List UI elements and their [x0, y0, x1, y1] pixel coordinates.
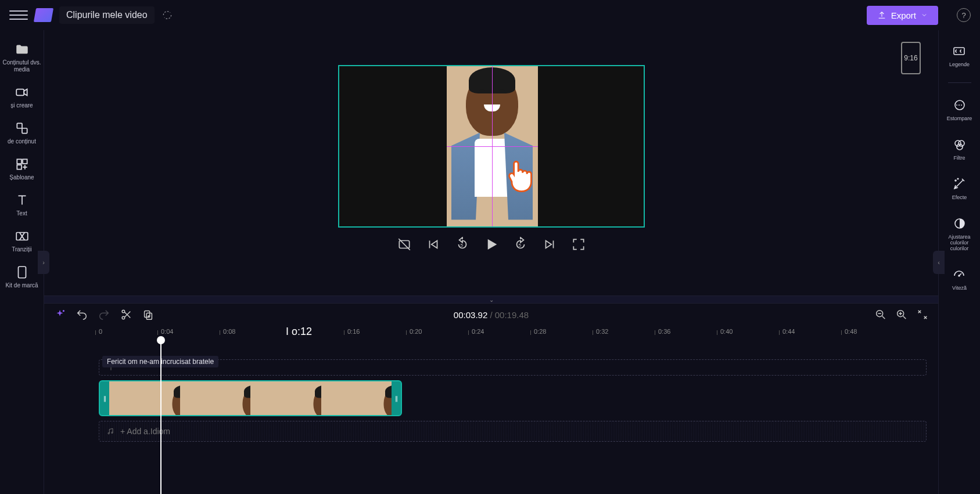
export-button[interactable]: Export	[867, 6, 938, 25]
svg-text:5: 5	[518, 243, 520, 248]
play-button[interactable]	[484, 237, 499, 252]
sidebar-transitions[interactable]: Tranziții	[0, 224, 44, 258]
ruler-mark: 0:04	[161, 328, 173, 335]
preview-canvas[interactable]	[338, 65, 645, 228]
project-name-input[interactable]: Clipurile mele video	[59, 6, 155, 24]
library-icon	[15, 122, 30, 135]
app-logo-icon	[34, 8, 53, 22]
filters-button[interactable]: Filtre	[953, 134, 967, 164]
captions-button[interactable]: Legende	[949, 41, 970, 71]
svg-rect-4	[23, 159, 27, 164]
transitions-icon	[15, 230, 30, 243]
ruler-mark: 0:32	[596, 328, 608, 335]
fade-icon	[953, 98, 967, 112]
sidebar-library[interactable]: de conținut	[0, 116, 44, 150]
speed-icon	[952, 268, 966, 282]
sidebar-brand[interactable]: Kit de marcă	[0, 260, 44, 294]
text-icon	[15, 194, 30, 207]
clip-thumbnail	[109, 381, 180, 415]
player-controls: 5 5	[397, 228, 586, 261]
svg-point-23	[959, 140, 964, 146]
sidebar-record[interactable]: și creare	[0, 80, 44, 114]
svg-point-18	[108, 432, 109, 434]
templates-icon	[15, 158, 30, 171]
text-track-dropzone[interactable]	[99, 359, 927, 376]
fade-button[interactable]: Estompare	[947, 95, 972, 125]
timeline-ruler[interactable]: I o:12 00:040:080:160:200:240:280:320:36…	[44, 326, 938, 342]
clip-thumbnail	[180, 381, 251, 415]
audio-track-dropzone[interactable]: + Add a.Idiom	[99, 421, 927, 442]
menu-button[interactable]	[9, 6, 28, 24]
rewind-5-button[interactable]: 5	[455, 237, 470, 252]
help-button[interactable]: ?	[957, 8, 971, 22]
svg-rect-7	[18, 266, 26, 278]
cursor-hand-icon	[503, 156, 536, 196]
ruler-mark: 0:16	[347, 328, 360, 335]
time-display: 00:03.92 / 00:19.48	[454, 310, 529, 320]
sync-icon	[161, 9, 173, 21]
ruler-mark: 0:24	[472, 328, 484, 335]
colors-button[interactable]: Ajustarea culorilorculorilor	[939, 213, 980, 255]
svg-rect-3	[17, 159, 21, 164]
svg-rect-5	[17, 165, 21, 170]
camera-icon	[15, 86, 30, 99]
ruler-mark: 0:08	[223, 328, 235, 335]
aspect-ratio-button[interactable]: 9:16	[901, 42, 921, 74]
clip-thumbnail	[321, 381, 392, 415]
magic-button[interactable]	[53, 308, 66, 321]
effects-icon	[952, 177, 966, 191]
speed-button[interactable]: Viteză	[952, 264, 967, 294]
ruler-highlight-mark: I o:12	[286, 326, 312, 338]
svg-point-24	[957, 144, 963, 150]
sidebar-right-expand-button[interactable]: ‹	[933, 251, 945, 274]
split-button[interactable]	[120, 308, 132, 321]
svg-rect-2	[22, 128, 27, 134]
effects-button[interactable]: Efecte	[952, 174, 967, 204]
clip-handle-left[interactable]: ∥	[100, 381, 109, 415]
svg-point-19	[112, 432, 113, 433]
preview-clip[interactable]	[447, 66, 538, 226]
ruler-mark: 0:20	[410, 328, 422, 335]
top-bar: Clipurile mele video Export ?	[0, 0, 980, 30]
redo-button	[98, 308, 110, 321]
preview-area: 9:16 5 5	[44, 30, 938, 295]
folder-icon	[15, 43, 30, 56]
export-label: Export	[891, 10, 916, 20]
sidebar-right: Legende Estompare Filtre Efecte Ajustare…	[938, 30, 980, 494]
sidebar-left: Conținutul dvs. media și creare de conți…	[0, 30, 44, 494]
svg-point-26	[958, 178, 959, 179]
hide-preview-button[interactable]	[397, 237, 412, 252]
captions-icon	[952, 44, 966, 58]
playhead[interactable]	[160, 343, 161, 494]
ruler-mark: 0	[99, 328, 102, 335]
ruler-mark: 0:28	[534, 328, 546, 335]
svg-point-25	[955, 180, 956, 181]
colors-icon	[953, 217, 967, 230]
guide-vertical	[492, 66, 493, 226]
video-clip[interactable]: ∥ ∥	[99, 380, 402, 416]
zoom-in-button[interactable]	[895, 308, 908, 321]
brand-icon	[15, 266, 30, 279]
ruler-mark: 0:40	[720, 328, 733, 335]
clip-thumbnail	[250, 381, 321, 415]
ruler-mark: 0:44	[782, 328, 795, 335]
skip-back-button[interactable]	[426, 237, 441, 252]
clip-handle-right[interactable]: ∥	[392, 381, 401, 415]
duplicate-button[interactable]	[142, 308, 155, 321]
svg-rect-1	[17, 123, 22, 128]
collapse-timeline-button[interactable]: ⌄	[44, 295, 938, 304]
svg-rect-0	[16, 89, 24, 96]
timeline-toolbar: 00:03.92 / 00:19.48	[44, 304, 938, 326]
skip-forward-button[interactable]	[542, 237, 557, 252]
fit-button[interactable]	[916, 308, 929, 321]
sidebar-media[interactable]: Conținutul dvs. media	[0, 37, 44, 78]
forward-5-button[interactable]: 5	[513, 237, 528, 252]
zoom-out-button[interactable]	[874, 308, 887, 321]
ruler-mark: 0:36	[658, 328, 670, 335]
undo-button[interactable]	[76, 308, 88, 321]
sidebar-text[interactable]: Text	[0, 188, 44, 222]
video-track: ∥ ∥	[99, 380, 927, 416]
timeline[interactable]: I o:12 00:040:080:160:200:240:280:320:36…	[44, 326, 938, 494]
fullscreen-button[interactable]	[571, 237, 586, 252]
sidebar-templates[interactable]: Șabloane	[0, 152, 44, 186]
